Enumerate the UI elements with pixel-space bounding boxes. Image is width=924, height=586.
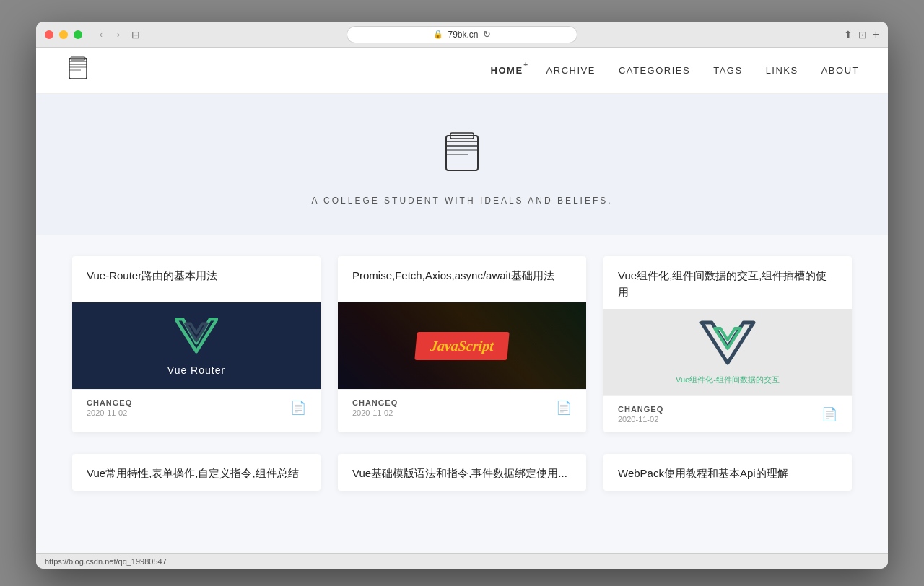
minimize-button[interactable] (59, 30, 68, 39)
site-nav: HOME ARCHIVE CATEGORIES TAGS LINKS ABOUT (491, 65, 859, 76)
nav-tags[interactable]: TAGS (713, 65, 742, 76)
card-1-doc-icon: 📄 (290, 400, 306, 416)
address-bar[interactable]: 🔒 79bk.cn ↻ (346, 26, 578, 43)
share-icon[interactable]: ⬆ (844, 29, 853, 40)
card-1-author: CHANGEQ (87, 398, 132, 407)
svg-marker-14 (702, 323, 754, 363)
hero-section: A COLLEGE STUDENT WITH IDEALS AND BELIEF… (36, 94, 888, 235)
card-1-date: 2020-11-02 (87, 408, 132, 417)
refresh-button[interactable]: ↻ (483, 29, 491, 40)
site-logo (65, 56, 91, 86)
card-5-title: Vue基础模版语法和指令,事件数据绑定使用... (352, 465, 572, 482)
card-1-meta: CHANGEQ 2020-11-02 (87, 398, 132, 417)
card-3-doc-icon: 📄 (821, 406, 837, 422)
cards-bottom: Vue常用特性,表单操作,自定义指令,组件总结 Vue基础模版语法和指令,事件数… (36, 454, 888, 505)
card-2-footer: CHANGEQ 2020-11-02 📄 (338, 389, 586, 426)
card-3[interactable]: Vue组件化,组件间数据的交互,组件插槽的使用 Vue组件化-组件间数据的交互 … (603, 256, 852, 432)
vue-router-label: Vue Router (167, 364, 225, 376)
nav-home[interactable]: HOME (491, 65, 523, 76)
js-label: JavaScript (414, 332, 509, 360)
card-2-doc-icon: 📄 (556, 400, 572, 416)
card-6-title: WebPack使用教程和基本Api的理解 (618, 465, 837, 482)
cards-grid: Vue-Router路由的基本用法 Vue Router CHANGEQ 202… (72, 256, 852, 432)
card-2-image: JavaScript (338, 302, 586, 389)
maximize-button[interactable] (74, 30, 82, 39)
card-3-footer: CHANGEQ 2020-11-02 📄 (603, 395, 852, 432)
site-header: HOME ARCHIVE CATEGORIES TAGS LINKS ABOUT (36, 48, 888, 94)
statusbar-url: https://blog.csdn.net/qq_19980547 (45, 557, 167, 566)
card-2-meta: CHANGEQ 2020-11-02 (352, 398, 398, 417)
card-2[interactable]: Promise,Fetch,Axios,async/await基础用法 Java… (338, 256, 586, 432)
close-button[interactable] (45, 30, 53, 39)
card-1-footer: CHANGEQ 2020-11-02 📄 (72, 389, 321, 426)
card-2-author: CHANGEQ (352, 398, 398, 407)
nav-links[interactable]: LINKS (766, 65, 798, 76)
card-2-date: 2020-11-02 (352, 408, 398, 417)
nav-about[interactable]: ABOUT (821, 65, 859, 76)
card-3-date: 2020-11-02 (618, 415, 663, 424)
hero-tagline: A COLLEGE STUDENT WITH IDEALS AND BELIEF… (311, 196, 612, 206)
svg-rect-6 (446, 136, 478, 170)
card-6[interactable]: WebPack使用教程和基本Api的理解 (603, 454, 852, 491)
svg-marker-12 (176, 319, 217, 351)
window-icon: ⊟ (131, 29, 140, 40)
browser-nav-arrows: ‹ › (94, 27, 126, 42)
card-1-title: Vue-Router路由的基本用法 (72, 256, 321, 302)
card-5[interactable]: Vue基础模版语法和指令,事件数据绑定使用... (338, 454, 586, 491)
card-3-image: Vue组件化-组件间数据的交互 (603, 309, 852, 395)
card-4[interactable]: Vue常用特性,表单操作,自定义指令,组件总结 (72, 454, 321, 491)
tabs-icon[interactable]: ⊡ (858, 29, 867, 40)
card-3-author: CHANGEQ (618, 405, 663, 414)
nav-archive[interactable]: ARCHIVE (546, 65, 596, 76)
logo-icon (65, 56, 91, 82)
forward-button[interactable]: › (111, 27, 126, 42)
window-controls (45, 30, 82, 39)
site-content: HOME ARCHIVE CATEGORIES TAGS LINKS ABOUT (36, 48, 888, 553)
card-4-title: Vue常用特性,表单操作,自定义指令,组件总结 (87, 465, 306, 482)
card-3-meta: CHANGEQ 2020-11-02 (618, 405, 663, 424)
nav-categories[interactable]: CATEGORIES (619, 65, 690, 76)
statusbar: https://blog.csdn.net/qq_19980547 (36, 553, 888, 569)
card-1[interactable]: Vue-Router路由的基本用法 Vue Router CHANGEQ 202… (72, 256, 321, 432)
cards-section: Vue-Router路由的基本用法 Vue Router CHANGEQ 202… (36, 235, 888, 454)
new-tab-icon[interactable]: + (873, 28, 879, 41)
url-text: 79bk.cn (448, 30, 478, 40)
toolbar-right: ⬆ ⊡ + (844, 28, 879, 41)
browser-window: ‹ › ⊟ 🔒 79bk.cn ↻ ⬆ ⊡ + (36, 22, 888, 569)
card-1-image: Vue Router (72, 302, 321, 389)
lock-icon: 🔒 (433, 30, 443, 39)
titlebar: ‹ › ⊟ 🔒 79bk.cn ↻ ⬆ ⊡ + (36, 22, 888, 48)
card-3-title: Vue组件化,组件间数据的交互,组件插槽的使用 (603, 256, 852, 309)
hero-logo (439, 130, 485, 184)
vue-comp-caption: Vue组件化-组件间数据的交互 (676, 375, 780, 385)
back-button[interactable]: ‹ (94, 27, 108, 42)
card-2-title: Promise,Fetch,Axios,async/await基础用法 (338, 256, 586, 302)
